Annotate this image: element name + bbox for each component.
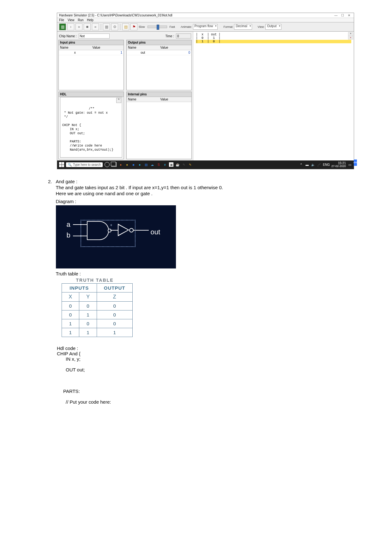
- paragraph: Here we are using one nand and one or ga…: [56, 191, 354, 196]
- taskbar-app-icon[interactable]: ☁: [150, 162, 154, 167]
- col-value: Value: [91, 45, 124, 50]
- wifi-icon[interactable]: ⋰: [317, 162, 321, 167]
- inputs-header: INPUTS: [62, 283, 97, 292]
- time-input: [176, 33, 191, 39]
- input-a-label: a: [67, 220, 70, 229]
- truth-table-label: Truth table :: [56, 271, 354, 276]
- menu-file[interactable]: File: [59, 18, 64, 22]
- search-icon: 🔍: [68, 163, 72, 166]
- maximize-button[interactable]: ☐: [340, 14, 345, 17]
- rewind-icon[interactable]: «: [92, 23, 99, 30]
- window-title: Hardware Simulator (2.5) - C:\Users\HP\D…: [59, 14, 172, 17]
- hdl-code-block: Hdl code : CHIP And { IN x, y; OUT out; …: [57, 340, 354, 410]
- gear-icon[interactable]: ⚙: [111, 23, 118, 30]
- table-row: 000: [62, 301, 132, 310]
- taskbar-app-icon[interactable]: ●: [118, 162, 123, 167]
- hdl-label: Hdl code :: [57, 346, 78, 351]
- taskbar-app-icon[interactable]: ▤: [144, 162, 148, 167]
- scroll-up-icon[interactable]: ^: [116, 98, 121, 103]
- output-header-row: | x | out |: [196, 33, 351, 36]
- table-row: 100: [62, 319, 132, 328]
- taskbar-app-icon[interactable]: ✎: [188, 162, 192, 167]
- chip-name-input[interactable]: [79, 33, 110, 39]
- section-title: And gate :: [56, 179, 354, 184]
- sim-output-pane: ^ × | x | out | | 0 | 1 | | 1 | 0 |: [193, 32, 354, 160]
- taskbar-app-icon[interactable]: ▣: [169, 162, 173, 167]
- col-value: Value: [159, 97, 192, 102]
- time-label: Time :: [166, 34, 174, 38]
- chip-icon[interactable]: ▥: [59, 23, 66, 30]
- taskbar-app-icon[interactable]: S: [156, 162, 161, 167]
- col-x: X: [62, 292, 79, 301]
- volume-icon[interactable]: 🔈: [311, 162, 315, 167]
- clock[interactable]: 15:21 27-02-2020: [331, 161, 346, 168]
- menu-view[interactable]: View: [68, 18, 75, 22]
- format-label: Format:: [223, 25, 233, 28]
- animate-select[interactable]: Program flow: [193, 24, 218, 30]
- taskbar-app-icon[interactable]: ●: [137, 162, 142, 167]
- simulator-window: Hardware Simulator (2.5) - C:\Users\HP\D…: [57, 13, 354, 169]
- task-view-icon[interactable]: [112, 162, 117, 167]
- minimize-button[interactable]: —: [333, 14, 339, 17]
- flag-icon[interactable]: ⚑: [130, 23, 137, 30]
- chip-name-label: Chip Name :: [59, 34, 77, 38]
- notifications-icon[interactable]: ▭: [347, 162, 352, 167]
- col-name: Name: [59, 45, 91, 50]
- script-icon[interactable]: ▤: [122, 23, 129, 30]
- fast-forward-icon[interactable]: »: [75, 23, 82, 30]
- close-button[interactable]: ✕: [346, 14, 352, 17]
- stop-icon[interactable]: ■: [84, 23, 91, 30]
- nand-gate-icon: [87, 221, 106, 239]
- board-icon[interactable]: ▦: [103, 23, 110, 30]
- sim-left-pane: Chip Name : Time : Input pins Name Value…: [57, 32, 193, 160]
- col-y: Y: [79, 292, 97, 301]
- search-placeholder: Type here to search: [73, 163, 101, 166]
- hdl-header: HDL: [59, 92, 124, 97]
- col-name: Name: [127, 97, 159, 102]
- taskbar-app-icon[interactable]: ☕: [175, 162, 180, 167]
- step-icon[interactable]: ›: [67, 23, 74, 30]
- windows-taskbar: 🔍 Type here to search ● ● ■ ● ▤ ☁ S e ▣ …: [57, 160, 354, 169]
- speed-slider[interactable]: [148, 26, 167, 28]
- output-header: OUTPUT: [97, 283, 132, 292]
- battery-icon[interactable]: ▬: [305, 162, 309, 167]
- side-badge: 0%: [354, 160, 357, 166]
- close-icon[interactable]: ×: [348, 36, 353, 39]
- output-row-highlighted: | 1 | 0 |: [196, 40, 351, 43]
- col-name: Name: [127, 45, 159, 50]
- language-indicator[interactable]: ENG: [323, 163, 330, 166]
- truth-table: TRUTH TABLE INPUTS OUTPUT X Y Z 000: [56, 278, 354, 337]
- cortana-icon[interactable]: [105, 162, 110, 167]
- output-pin-name: out: [127, 50, 159, 55]
- fast-label: Fast: [170, 25, 175, 28]
- input-pin-value[interactable]: 1: [91, 50, 124, 55]
- taskbar-app-icon[interactable]: ■: [131, 162, 136, 167]
- input-pins-header: Input pins: [59, 40, 124, 45]
- taskbar-app-icon[interactable]: ✎: [182, 162, 186, 167]
- toolbar: ▥ › » ■ « ▦ ⚙ ▤ ⚑ Slow Fast Animate: Pro…: [57, 22, 354, 32]
- col-z: Z: [97, 292, 132, 301]
- format-select[interactable]: Decimal: [234, 24, 252, 30]
- plus-icon: +: [110, 223, 112, 227]
- chevron-up-icon[interactable]: ^: [299, 162, 303, 167]
- hdl-code-panel[interactable]: ^ /** * Not gate: out = not x */ CHIP No…: [60, 97, 122, 158]
- truth-table-title: TRUTH TABLE: [76, 278, 354, 283]
- table-row: 111: [62, 328, 132, 337]
- col-value: Value: [159, 45, 192, 50]
- start-button[interactable]: [59, 162, 64, 167]
- menu-run[interactable]: Run: [78, 18, 83, 22]
- diagram-label: Diagram :: [56, 199, 354, 204]
- internal-pins-header: Internal pins: [127, 92, 191, 97]
- search-box[interactable]: 🔍 Type here to search: [66, 162, 103, 167]
- menubar: File View Run Help: [57, 18, 354, 22]
- scroll-up-icon[interactable]: ^: [348, 33, 353, 36]
- taskbar-app-icon[interactable]: e: [163, 162, 167, 167]
- table-row: 010: [62, 310, 132, 319]
- output-label: out: [151, 228, 160, 236]
- window-titlebar: Hardware Simulator (2.5) - C:\Users\HP\D…: [57, 13, 354, 18]
- taskbar-app-icon[interactable]: ●: [125, 162, 129, 167]
- view-label: View:: [258, 25, 265, 28]
- view-select[interactable]: Output: [265, 24, 281, 30]
- input-pin-name: x: [59, 50, 91, 55]
- menu-help[interactable]: Help: [87, 18, 93, 22]
